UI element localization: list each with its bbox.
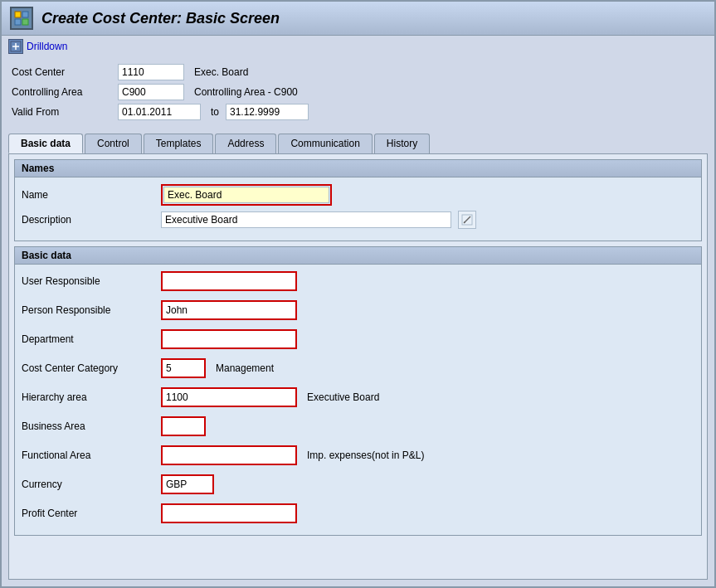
- user-responsible-label: User Responsible: [22, 275, 154, 287]
- cost-center-category-redbox: [161, 358, 206, 378]
- functional-area-row: Functional Area Imp. expenses(not in P&L…: [22, 445, 694, 465]
- currency-row: Currency: [22, 474, 694, 494]
- toolbar: Drilldown: [2, 36, 714, 57]
- profit-center-redbox: [161, 503, 297, 523]
- department-redbox: [161, 329, 297, 349]
- hierarchy-area-row: Hierarchy area Executive Board: [22, 387, 694, 407]
- department-row: Department: [22, 329, 694, 349]
- svg-rect-3: [22, 19, 28, 25]
- description-input[interactable]: [161, 211, 451, 228]
- controlling-area-label: Controlling Area: [12, 86, 111, 98]
- description-field-row: Description: [22, 211, 694, 229]
- controlling-area-name: Controlling Area - C900: [194, 86, 298, 98]
- currency-redbox: [161, 474, 214, 494]
- tabs-bar: Basic data Control Templates Address Com…: [2, 134, 714, 153]
- cost-center-row: Cost Center Exec. Board: [12, 64, 704, 80]
- name-input[interactable]: [163, 187, 329, 203]
- person-responsible-row: Person Responsible: [22, 300, 694, 320]
- edit-description-button[interactable]: [458, 211, 476, 229]
- tab-history[interactable]: History: [374, 134, 430, 153]
- name-redbox: [161, 184, 332, 206]
- svg-rect-1: [22, 12, 28, 17]
- department-input[interactable]: [163, 331, 295, 347]
- person-responsible-input[interactable]: [163, 302, 295, 318]
- names-section-body: Name Description: [15, 177, 701, 241]
- name-field-row: Name: [22, 184, 694, 206]
- business-area-redbox: [161, 416, 206, 436]
- functional-area-label: Functional Area: [22, 450, 154, 461]
- valid-to-label: to: [211, 106, 219, 118]
- profit-center-label: Profit Center: [22, 508, 154, 519]
- basic-data-section-body: User Responsible Person Responsible: [15, 265, 701, 535]
- hierarchy-area-input[interactable]: [163, 389, 295, 406]
- cost-center-category-input[interactable]: [163, 360, 204, 377]
- content-area: Names Name Description: [8, 153, 708, 580]
- user-responsible-redbox: [161, 271, 297, 291]
- business-area-row: Business Area: [22, 416, 694, 436]
- profit-center-row: Profit Center: [22, 503, 694, 523]
- basic-data-section: Basic data User Responsible Person: [14, 246, 702, 536]
- hierarchy-area-label: Hierarchy area: [22, 391, 154, 403]
- tab-communication[interactable]: Communication: [278, 134, 372, 153]
- window-title: Create Cost Center: Basic Screen: [41, 10, 280, 27]
- business-area-input[interactable]: [163, 418, 204, 435]
- window-icon: [10, 7, 33, 30]
- drilldown-icon: [8, 39, 23, 54]
- svg-rect-2: [15, 19, 21, 25]
- hierarchy-area-redbox: [161, 387, 297, 407]
- cost-center-label: Cost Center: [12, 66, 111, 78]
- basic-data-section-header: Basic data: [15, 247, 701, 265]
- title-bar: Create Cost Center: Basic Screen: [2, 2, 714, 36]
- cost-center-name: Exec. Board: [194, 66, 248, 78]
- cost-center-category-text: Management: [216, 362, 274, 374]
- svg-rect-0: [15, 12, 21, 17]
- person-responsible-label: Person Responsible: [22, 304, 154, 316]
- valid-to-input[interactable]: [226, 104, 309, 120]
- user-responsible-row: User Responsible: [22, 271, 694, 291]
- description-label: Description: [22, 214, 154, 226]
- controlling-area-input[interactable]: [118, 84, 184, 100]
- functional-area-input[interactable]: [163, 447, 295, 464]
- business-area-label: Business Area: [22, 420, 154, 432]
- valid-from-row: Valid From to: [12, 104, 704, 120]
- valid-from-input[interactable]: [118, 104, 201, 120]
- tab-templates[interactable]: Templates: [144, 134, 214, 153]
- header-form: Cost Center Exec. Board Controlling Area…: [2, 57, 714, 130]
- tab-address[interactable]: Address: [215, 134, 276, 153]
- names-section: Names Name Description: [14, 159, 702, 241]
- cost-center-input[interactable]: [118, 64, 184, 80]
- cost-center-category-row: Cost Center Category Management: [22, 358, 694, 378]
- controlling-area-row: Controlling Area Controlling Area - C900: [12, 84, 704, 100]
- tab-control[interactable]: Control: [85, 134, 142, 153]
- cost-center-category-label: Cost Center Category: [22, 362, 154, 374]
- tab-basic-data[interactable]: Basic data: [8, 134, 83, 153]
- department-label: Department: [22, 333, 154, 345]
- hierarchy-area-text: Executive Board: [307, 391, 379, 403]
- functional-area-text: Imp. expenses(not in P&L): [307, 450, 424, 461]
- person-responsible-redbox: [161, 300, 297, 320]
- profit-center-input[interactable]: [163, 505, 295, 522]
- valid-from-label: Valid From: [12, 106, 111, 118]
- functional-area-redbox: [161, 445, 297, 465]
- drilldown-button[interactable]: Drilldown: [8, 39, 67, 54]
- user-responsible-input[interactable]: [163, 273, 295, 289]
- currency-input[interactable]: [163, 476, 212, 493]
- basic-data-fields: User Responsible Person Responsible: [22, 271, 694, 528]
- currency-label: Currency: [22, 479, 154, 490]
- drilldown-label: Drilldown: [27, 41, 67, 52]
- names-section-header: Names: [15, 160, 701, 177]
- name-label: Name: [22, 189, 154, 201]
- main-window: Create Cost Center: Basic Screen Drilldo…: [0, 0, 716, 588]
